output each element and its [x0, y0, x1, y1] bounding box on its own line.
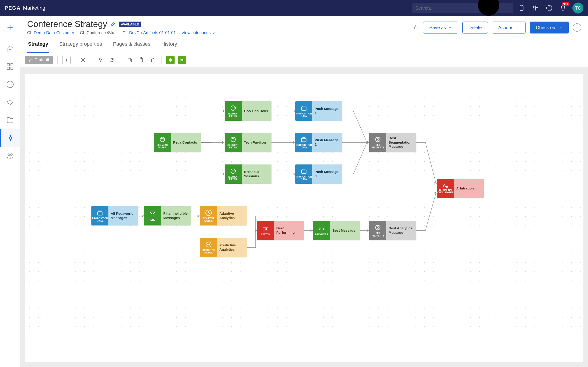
svg-point-66	[376, 225, 380, 230]
svg-point-26	[8, 154, 10, 156]
folder-icon[interactable]	[0, 111, 20, 129]
tab-pages[interactable]: Pages & classes	[112, 37, 151, 53]
canvas-toolbar: Draft off	[20, 53, 588, 67]
sliders-icon[interactable]	[530, 3, 541, 13]
close-button[interactable]	[573, 23, 581, 32]
breadcrumb: CLDemo-Data-Customer CLConferenceStrat C…	[27, 31, 414, 35]
svg-point-57	[231, 169, 235, 173]
svg-rect-28	[415, 27, 418, 29]
svg-point-65	[377, 227, 379, 228]
svg-rect-60	[302, 170, 306, 173]
status-badge: AVAILABLE	[119, 22, 141, 27]
copy-icon[interactable]	[126, 56, 134, 64]
actions-button[interactable]: Actions	[492, 22, 526, 33]
add-button[interactable]	[0, 18, 20, 36]
node-pega-contacts[interactable]: SEGMENT FILTER Pega Contacts	[154, 133, 201, 152]
node-adaptive-analytics[interactable]: ADAPTIVE MODEL Adaptive Analytics	[200, 206, 247, 225]
node-best-performing[interactable]: SWITCH Best Performing	[257, 221, 304, 240]
svg-rect-15	[7, 64, 9, 66]
svg-point-27	[10, 154, 12, 156]
svg-rect-35	[128, 58, 131, 61]
avatar[interactable]: TC	[572, 2, 583, 14]
home-icon[interactable]	[0, 40, 20, 58]
tab-bar: Strategy Strategy properties Pages & cla…	[20, 37, 588, 53]
node-best-message[interactable]: PRIORITIZE Best Message	[313, 221, 360, 240]
svg-rect-21	[10, 137, 12, 139]
align-icon[interactable]	[166, 56, 174, 64]
node-push-message-3[interactable]: PROPOSITION DATA Push Message 3	[295, 165, 342, 184]
checkout-button[interactable]: Check out	[530, 22, 569, 33]
delete-icon[interactable]	[149, 56, 157, 64]
info-icon[interactable]	[544, 3, 554, 13]
brand-product: Marketing	[23, 5, 45, 11]
distribute-icon[interactable]	[178, 56, 186, 64]
node-push-message-1[interactable]: PROPOSITION DATA Push Message 1	[295, 101, 342, 121]
node-filter-ineligible[interactable]: FILTER Filter Ineligible Messages	[144, 206, 191, 225]
node-push-message-2[interactable]: PROPOSITION DATA Push Message 2	[295, 133, 342, 152]
top-nav: PEGA Marketing 99+ TC	[0, 0, 588, 16]
add-shape-button[interactable]	[62, 56, 70, 64]
svg-text:1:1: 1:1	[8, 83, 12, 86]
one-to-one-icon[interactable]: 1:1	[0, 75, 20, 93]
node-all-pegaworld[interactable]: PROPOSITION DATA All Pegaworld Messages	[91, 206, 138, 225]
svg-rect-59	[302, 138, 306, 142]
node-best-segmentation[interactable]: SET PROPERTY Best Segmentation Message	[369, 133, 416, 152]
svg-rect-17	[7, 67, 9, 69]
svg-point-33	[82, 59, 84, 61]
delete-button[interactable]: Delete	[462, 22, 488, 33]
page-title: Conference Strategy	[27, 19, 107, 29]
left-rail: 1:1	[0, 16, 20, 367]
svg-point-56	[231, 137, 235, 142]
svg-point-12	[549, 7, 549, 7]
svg-rect-58	[302, 107, 306, 110]
settings-icon[interactable]	[79, 56, 87, 64]
tab-history[interactable]: History	[161, 37, 178, 53]
pan-tool[interactable]	[108, 56, 116, 64]
draft-toggle[interactable]: Draft off	[25, 56, 53, 64]
brand-logo: PEGA	[5, 5, 21, 11]
svg-point-61	[377, 139, 379, 140]
main-area: Conference Strategy AVAILABLE CLDemo-Dat…	[20, 16, 588, 367]
view-categories-link[interactable]: View categories	[182, 31, 211, 35]
save-as-button[interactable]: Save as	[423, 22, 458, 33]
svg-point-54	[160, 137, 165, 142]
node-predictive-analytics[interactable]: PREDICTIVE MODEL Predictive Analytics	[200, 238, 247, 257]
audiences-icon[interactable]	[0, 147, 20, 165]
svg-point-55	[231, 106, 235, 110]
pointer-tool[interactable]	[96, 56, 105, 64]
strategy-canvas[interactable]: SEGMENT FILTER Pega Contacts SEGMENT FIL…	[25, 74, 583, 362]
campaigns-icon[interactable]	[0, 93, 20, 111]
svg-rect-18	[11, 67, 13, 69]
svg-rect-63	[98, 212, 102, 215]
node-goo-goo-dolls[interactable]: SEGMENT FILTER Goo Goo Dolls	[225, 101, 271, 121]
notification-badge: 99+	[562, 2, 570, 6]
lock-icon	[414, 24, 419, 31]
search-input[interactable]	[415, 6, 473, 11]
strategy-icon[interactable]	[0, 129, 20, 147]
apps-icon[interactable]	[0, 58, 20, 75]
notifications-icon[interactable]: 99+	[558, 3, 568, 13]
node-tech-pavilion[interactable]: SEGMENT FILTER Tech Pavilion	[225, 133, 271, 152]
crumb-link-class[interactable]: Demo-Data-Customer	[34, 31, 74, 35]
svg-point-62	[376, 137, 380, 142]
tab-strategy[interactable]: Strategy	[27, 37, 49, 53]
svg-rect-16	[11, 64, 13, 66]
edit-title-icon[interactable]	[111, 21, 115, 27]
tab-properties[interactable]: Strategy properties	[58, 37, 103, 53]
node-breakout-sessions[interactable]: SEGMENT FILTER Breakout Sessions	[225, 165, 271, 184]
page-header: Conference Strategy AVAILABLE CLDemo-Dat…	[20, 16, 588, 37]
search-box[interactable]	[412, 3, 513, 13]
node-best-analytics-msg[interactable]: SET PROPERTY Best Analytics Message	[369, 221, 416, 240]
svg-point-0	[478, 0, 499, 16]
crumb-link-ruleset[interactable]: DevCo-Artifacts:01-01-01	[129, 31, 176, 35]
paste-icon[interactable]	[137, 56, 145, 64]
clipboard-icon[interactable]	[516, 3, 527, 13]
node-arbitration[interactable]: ABCHAMPION CHALLENGER Arbitration	[437, 179, 484, 198]
svg-rect-34	[129, 59, 132, 62]
